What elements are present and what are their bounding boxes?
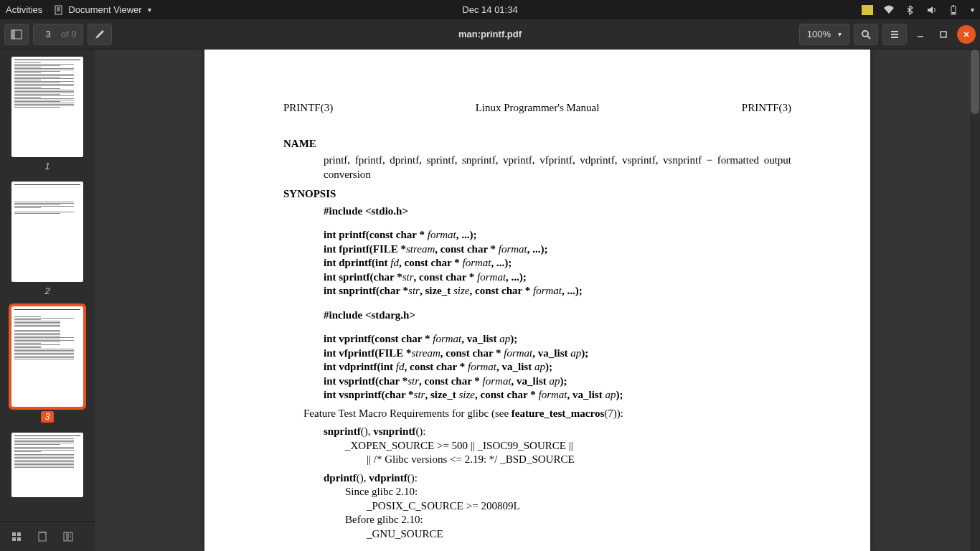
zoom-value: 100% xyxy=(807,29,831,39)
hamburger-menu-button[interactable] xyxy=(882,24,907,45)
proto-vsnprintf: int vsnprintf(char *str, size_t size, co… xyxy=(324,388,791,402)
name-body: printf, fprintf, dprintf, sprintf, snpri… xyxy=(324,154,791,182)
ftm-snprintf-header: snprintf(), vsnprintf(): xyxy=(324,425,791,439)
ftm-snprintf-line2: || /* Glibc versions <= 2.19: */ _BSD_SO… xyxy=(367,453,791,467)
svg-rect-21 xyxy=(17,537,21,541)
section-name: NAME xyxy=(283,137,791,151)
annotations-view-button[interactable] xyxy=(57,527,79,547)
section-synopsis: SYNOPSIS xyxy=(283,187,791,202)
svg-point-9 xyxy=(862,31,868,37)
svg-rect-15 xyxy=(941,32,946,37)
header-right: PRINTF(3) xyxy=(742,101,791,116)
thumbnails-list[interactable]: 1 2 xyxy=(0,50,95,521)
ftm-dprintf-line1: _POSIX_C_SOURCE >= 200809L xyxy=(367,499,791,514)
svg-rect-18 xyxy=(12,532,16,536)
proto-printf: int printf(const char * format, ...); xyxy=(324,228,791,242)
gnome-right-group: ▾ xyxy=(862,4,974,16)
svg-rect-8 xyxy=(11,30,15,39)
page-number-input[interactable] xyxy=(39,29,57,39)
gnome-left-group: Activities Document Viewer ▾ xyxy=(6,4,151,15)
battery-icon[interactable] xyxy=(948,4,959,16)
app-toolbar: of 9 man:printf.pdf 100% ▾ xyxy=(0,19,980,50)
bluetooth-icon[interactable] xyxy=(905,4,916,16)
include-stdarg: #include <stdarg.h> xyxy=(324,309,791,323)
activities-button[interactable]: Activities xyxy=(6,4,42,15)
svg-rect-23 xyxy=(64,532,67,541)
proto-dprintf: int dprintf(int fd, const char * format,… xyxy=(324,256,791,270)
thumbnail-label: 1 xyxy=(45,161,50,171)
man-page-header: PRINTF(3) Linux Programmer's Manual PRIN… xyxy=(283,101,791,116)
thumbnail-page-2[interactable] xyxy=(11,182,83,282)
ftm-dprintf-header: dprintf(), vdprintf(): xyxy=(324,471,791,486)
window-maximize-button[interactable] xyxy=(934,25,953,44)
scrollbar-thumb[interactable] xyxy=(971,50,979,114)
proto-snprintf: int snprintf(char *str, size_t size, con… xyxy=(324,284,791,298)
toolbar-right-group: 100% ▾ xyxy=(799,24,976,45)
svg-rect-19 xyxy=(17,532,21,536)
clock[interactable]: Dec 14 01:34 xyxy=(462,4,517,15)
thumbnail-page-3[interactable] xyxy=(11,306,83,407)
feature-test-macros-line: Feature Test Macro Requirements for glib… xyxy=(303,407,791,421)
thumbnail-item[interactable]: 2 xyxy=(0,182,95,296)
outline-view-button[interactable] xyxy=(32,527,53,547)
proto-fprintf: int fprintf(FILE *stream, const char * f… xyxy=(324,242,791,257)
document-title: man:printf.pdf xyxy=(458,29,522,39)
window-minimize-button[interactable] xyxy=(911,25,930,44)
thumbnails-view-button[interactable] xyxy=(6,527,27,547)
gnome-top-bar: Activities Document Viewer ▾ Dec 14 01:3… xyxy=(0,0,980,19)
proto-vsprintf: int vsprintf(char *str, const char * for… xyxy=(324,375,791,389)
document-viewer-icon xyxy=(54,5,64,15)
notification-icon[interactable] xyxy=(862,4,873,16)
svg-rect-22 xyxy=(39,532,46,541)
proto-vfprintf: int vfprintf(FILE *stream, const char * … xyxy=(324,347,791,361)
svg-rect-0 xyxy=(55,6,62,14)
sidebar-toggle-button[interactable] xyxy=(4,24,29,45)
header-left: PRINTF(3) xyxy=(283,101,333,116)
main-area: 1 2 xyxy=(0,50,980,551)
proto-vdprintf: int vdprintf(int fd, const char * format… xyxy=(324,360,791,375)
thumbnail-item[interactable] xyxy=(0,433,95,497)
thumbnail-label: 2 xyxy=(45,286,50,296)
vertical-scrollbar[interactable] xyxy=(970,50,980,551)
proto-sprintf: int sprintf(char *str, const char * form… xyxy=(324,270,791,285)
include-stdio: #include <stdio.h> xyxy=(324,204,791,219)
pdf-page: PRINTF(3) Linux Programmer's Manual PRIN… xyxy=(204,50,870,551)
svg-rect-20 xyxy=(12,537,16,541)
thumbnails-sidebar: 1 2 xyxy=(0,50,95,551)
zoom-dropdown[interactable]: 100% ▾ xyxy=(799,24,849,45)
annotate-button[interactable] xyxy=(88,24,112,45)
thumbnail-page-1[interactable] xyxy=(11,57,83,157)
svg-rect-6 xyxy=(952,12,955,14)
app-menu[interactable]: Document Viewer ▾ xyxy=(54,4,151,15)
ftm-dprintf-before: Before glibc 2.10: xyxy=(345,513,791,527)
document-view[interactable]: PRINTF(3) Linux Programmer's Manual PRIN… xyxy=(95,50,980,551)
header-center: Linux Programmer's Manual xyxy=(476,101,600,116)
proto-vprintf: int vprintf(const char * format, va_list… xyxy=(324,332,791,347)
ftm-snprintf-line1: _XOPEN_SOURCE >= 500 || _ISOC99_SOURCE |… xyxy=(345,439,791,453)
page-total-label: of 9 xyxy=(61,29,77,39)
chevron-down-icon: ▾ xyxy=(148,6,151,14)
search-button[interactable] xyxy=(854,24,878,45)
app-menu-label: Document Viewer xyxy=(68,4,141,15)
thumbnail-label: 3 xyxy=(41,411,55,423)
system-menu-chevron-icon[interactable]: ▾ xyxy=(971,6,974,14)
sidebar-bottom-toolbar xyxy=(0,521,95,551)
window-close-button[interactable] xyxy=(957,25,976,44)
svg-rect-5 xyxy=(953,5,954,6)
thumbnail-item[interactable]: 3 xyxy=(0,306,95,423)
svg-line-10 xyxy=(867,36,870,39)
thumbnail-page-4[interactable] xyxy=(11,433,83,497)
ftm-dprintf-line2: _GNU_SOURCE xyxy=(367,527,791,542)
ftm-dprintf-since: Since glibc 2.10: xyxy=(345,485,791,499)
chevron-down-icon: ▾ xyxy=(838,30,842,38)
thumbnail-item[interactable]: 1 xyxy=(0,57,95,171)
volume-icon[interactable] xyxy=(926,4,938,16)
wifi-icon[interactable] xyxy=(883,4,895,16)
page-selector[interactable]: of 9 xyxy=(33,24,83,45)
